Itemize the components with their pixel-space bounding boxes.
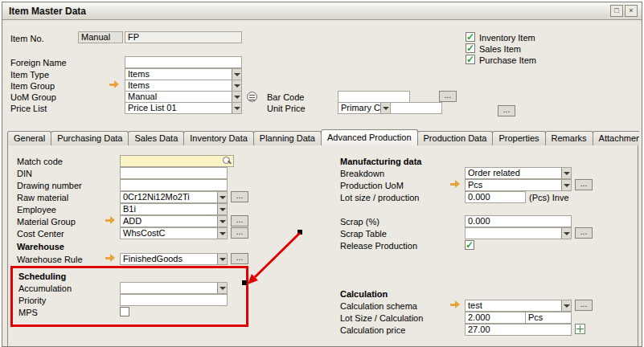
unit-price-label: Unit Price xyxy=(267,104,306,113)
tab-attachment[interactable]: Attachment xyxy=(593,131,639,145)
tab-production-data[interactable]: Production Data xyxy=(417,131,494,145)
uom-group-combo[interactable]: Manual xyxy=(125,91,242,103)
price-list-value: Price List 01 xyxy=(128,103,177,112)
window-close-button[interactable]: × xyxy=(625,5,638,17)
inventory-item-label: Inventory Item xyxy=(479,33,535,43)
item-master-data-window: Item Master Data □ × Item No. Manual FP … xyxy=(2,2,642,347)
item-type-value: Items xyxy=(128,69,150,79)
tab-remarks[interactable]: Remarks xyxy=(545,131,593,145)
uom-group-value: Manual xyxy=(128,92,157,101)
item-no-mode-field[interactable]: Manual xyxy=(78,31,123,43)
bar-code-label: Bar Code xyxy=(267,92,304,102)
tab-sales-data[interactable]: Sales Data xyxy=(128,131,184,145)
item-no-field[interactable]: FP xyxy=(125,31,242,43)
item-group-value: Items xyxy=(128,80,150,90)
tab-planning-data[interactable]: Planning Data xyxy=(253,131,322,145)
purchase-item-label: Purchase Item xyxy=(479,55,536,65)
item-no-label: Item No. xyxy=(10,34,44,43)
title-bar[interactable]: Item Master Data □ × xyxy=(2,2,642,20)
unit-price-browse-button[interactable]: ... xyxy=(498,105,515,116)
link-arrow-icon[interactable] xyxy=(109,80,120,89)
tab-purchasing-data[interactable]: Purchasing Data xyxy=(51,131,129,145)
window-title: Item Master Data xyxy=(9,6,86,17)
chevron-down-icon[interactable] xyxy=(232,102,242,114)
chevron-down-icon[interactable] xyxy=(232,80,242,92)
unit-price-field[interactable] xyxy=(390,102,442,114)
foreign-name-field[interactable] xyxy=(125,56,242,68)
purchase-item-checkbox[interactable] xyxy=(466,55,475,64)
tab-bar: General Purchasing Data Sales Data Inven… xyxy=(7,129,639,145)
tab-advanced-production[interactable]: Advanced Production xyxy=(321,129,418,145)
tab-general[interactable]: General xyxy=(7,131,51,145)
chevron-down-icon[interactable] xyxy=(232,68,242,80)
inventory-item-checkbox[interactable] xyxy=(466,32,475,42)
item-type-label: Item Type xyxy=(10,70,49,80)
item-group-combo[interactable]: Items xyxy=(125,80,242,92)
price-list-combo[interactable]: Price List 01 xyxy=(125,102,242,114)
tab-inventory-data[interactable]: Inventory Data xyxy=(183,131,254,145)
chevron-down-icon[interactable] xyxy=(232,91,242,103)
sales-item-checkbox[interactable] xyxy=(466,43,475,53)
tab-content-panel xyxy=(7,145,638,347)
window-restore-button[interactable]: □ xyxy=(610,5,623,17)
item-group-label: Item Group xyxy=(10,81,55,91)
tab-properties[interactable]: Properties xyxy=(492,131,545,145)
uom-group-label: UoM Group xyxy=(10,92,56,102)
item-type-combo[interactable]: Items xyxy=(125,68,242,80)
sales-item-label: Sales Item xyxy=(479,44,521,54)
foreign-name-label: Foreign Name xyxy=(10,58,67,67)
currency-combo[interactable]: Primary Curr xyxy=(338,102,391,114)
bar-code-field[interactable] xyxy=(338,91,410,103)
uom-detail-icon[interactable] xyxy=(247,92,257,102)
price-list-label: Price List xyxy=(10,104,47,113)
bar-code-browse-button[interactable]: ... xyxy=(439,91,457,102)
